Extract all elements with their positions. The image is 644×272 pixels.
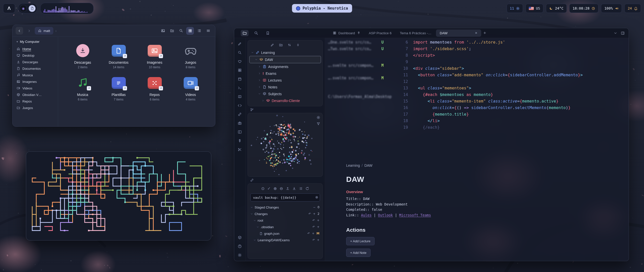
breadcrumb-segment[interactable]: DAW [364, 163, 372, 167]
note-link-microsoft-teams[interactable]: Microsoft Teams [399, 213, 431, 217]
sidebar-tab-folder[interactable] [241, 30, 249, 36]
tab-tema-6-pr-cticas[interactable]: Tema 6 Prácticas -… [396, 29, 435, 37]
layout-icon[interactable] [236, 129, 243, 135]
pencil-icon[interactable] [236, 41, 243, 47]
folder-videos[interactable]: Videos4 items [173, 74, 209, 103]
sidebar-item-obsidian-v[interactable]: Obsidian V… [14, 91, 56, 98]
new-folder-button[interactable] [168, 27, 176, 35]
notes-shortcut-button[interactable] [28, 5, 36, 12]
sidebar-item-documentos[interactable]: Documentos [14, 65, 56, 72]
undo-icon[interactable]: ↶ [308, 212, 311, 216]
camera-icon[interactable] [236, 120, 243, 126]
back-button[interactable] [16, 27, 23, 35]
sidebar-tab-search[interactable] [252, 30, 260, 36]
plus-icon[interactable]: + [317, 225, 319, 229]
note-button-add-lecture[interactable]: + Add Lecture [346, 237, 375, 245]
grid-view-button[interactable] [186, 27, 194, 35]
list-view-button[interactable] [195, 27, 203, 35]
note-link-aules[interactable]: Aules [361, 213, 372, 217]
graph-settings-icon[interactable] [316, 116, 320, 119]
chevron-down-icon[interactable] [614, 31, 617, 35]
undo-icon[interactable]: ↶ [307, 232, 310, 235]
explorer-item-desarrollo-cliente[interactable]: Desarrollo-Cliente [249, 97, 321, 104]
terminal-icon[interactable] [236, 85, 243, 91]
code-icon[interactable] [236, 103, 243, 108]
sidebar-header[interactable]: ▼ My Computer [14, 39, 56, 46]
unstage-all-icon[interactable]: ⊖ [279, 186, 283, 191]
sidebar-item-juegos[interactable]: Juegos [14, 105, 56, 111]
search-button[interactable] [177, 27, 185, 35]
sidebar-item-imagenes[interactable]: Imagenes [14, 78, 56, 85]
settings-icon[interactable] [236, 252, 243, 258]
graph-canvas[interactable] [248, 113, 323, 177]
menu-button[interactable] [204, 27, 212, 35]
folder-repos[interactable]: Repos6 items [137, 74, 173, 103]
folder-descargas[interactable]: Descargas2 items [65, 42, 101, 71]
module-workspaces[interactable]: 11 [507, 4, 523, 13]
undo-icon[interactable]: ↶ [312, 238, 315, 242]
new-note-icon[interactable] [270, 43, 274, 47]
scissors-icon[interactable] [236, 147, 243, 152]
backup-icon[interactable]: ⊙ [261, 186, 264, 191]
graph-filter-icon[interactable] [316, 122, 320, 126]
grid-icon[interactable] [236, 67, 243, 73]
explorer-item-learning[interactable]: Learning [249, 49, 321, 56]
refresh-icon[interactable] [305, 186, 309, 191]
breadcrumb-segment[interactable]: Learning [346, 163, 360, 167]
commit-icon[interactable]: ✓ [267, 186, 271, 191]
folder-documentos[interactable]: Documentos14 items [101, 42, 137, 71]
explorer-item-lectures[interactable]: Lectures [249, 77, 321, 84]
sidebar-item-home[interactable]: Home [14, 46, 56, 52]
plus-icon[interactable]: + [317, 219, 319, 222]
module-notifications[interactable]: 24 [624, 4, 641, 13]
git-row-learning-daw-exams[interactable]: Learning/DAW/Exams↶+ [250, 237, 320, 243]
search-icon[interactable] [236, 50, 243, 55]
note-link-outlook[interactable]: Outlook [378, 213, 393, 217]
collapse-icon[interactable] [296, 43, 300, 47]
undo-icon[interactable]: ↶ [312, 219, 315, 222]
local-graph-panel[interactable] [248, 113, 323, 177]
help-icon[interactable] [236, 244, 243, 249]
module-volume[interactable]: 100% [601, 4, 622, 13]
plus-icon[interactable]: + [317, 238, 319, 242]
tab-dashboard[interactable]: Dashboard [329, 29, 364, 37]
forward-button[interactable] [25, 27, 33, 35]
note-button-add-note[interactable]: + Add Note [346, 249, 371, 257]
plus-icon[interactable]: + [312, 232, 314, 235]
module-clock[interactable]: 18:08:28 [569, 4, 598, 13]
book-icon[interactable] [236, 94, 243, 99]
sidebar-tab-bookmark[interactable] [264, 30, 272, 36]
minus-icon[interactable]: − [313, 206, 315, 209]
calendar-icon[interactable] [236, 76, 243, 82]
sidebar-item-videos[interactable]: Videos [14, 85, 56, 91]
media-widget[interactable]: Polyphia - Neurotica [292, 4, 352, 13]
commit-message-input[interactable] [250, 193, 320, 201]
module-weather[interactable]: 24°C [546, 4, 567, 13]
sidebar-item-desktop[interactable]: Desktop [14, 52, 56, 59]
explorer-item-notes[interactable]: Notes [249, 84, 321, 90]
launcher-button[interactable]: Λ [3, 4, 15, 13]
sidebar-item-descargas[interactable]: Descargas [14, 59, 56, 65]
breadcrumb[interactable]: matt [35, 27, 53, 35]
clear-input-icon[interactable]: ⊗ [315, 195, 318, 199]
plus-icon[interactable]: + [313, 212, 315, 216]
explorer-item-subjects[interactable]: Subjects [249, 90, 321, 97]
sort-icon[interactable] [288, 43, 291, 47]
vault-icon[interactable] [236, 235, 243, 240]
folder-plantillas[interactable]: Plantillas7 items [101, 74, 137, 103]
git-row-graph-json[interactable]: graph.json↶+M [250, 230, 320, 237]
app-shortcut-button[interactable]: ◉ [20, 5, 27, 12]
sidebar-item-repos[interactable]: Repos [14, 98, 56, 105]
tab-asp-practice-6[interactable]: ASP Practice 6 [365, 29, 395, 37]
module-keyboard[interactable]: US [526, 4, 543, 13]
preview-button[interactable] [159, 27, 167, 35]
folder-musica[interactable]: Musica6 items [65, 74, 101, 103]
push-icon[interactable] [286, 186, 290, 191]
undo-icon[interactable]: ↶ [312, 225, 315, 229]
new-folder-icon[interactable] [279, 43, 283, 47]
folder-juegos[interactable]: Juegos8 items [173, 42, 209, 71]
changes-icon[interactable] [299, 186, 303, 191]
split-icon[interactable] [621, 31, 625, 35]
tab-daw[interactable]: DAW✕ [436, 29, 481, 37]
git-row-staged-changes[interactable]: Staged Changes−0 [250, 204, 320, 211]
